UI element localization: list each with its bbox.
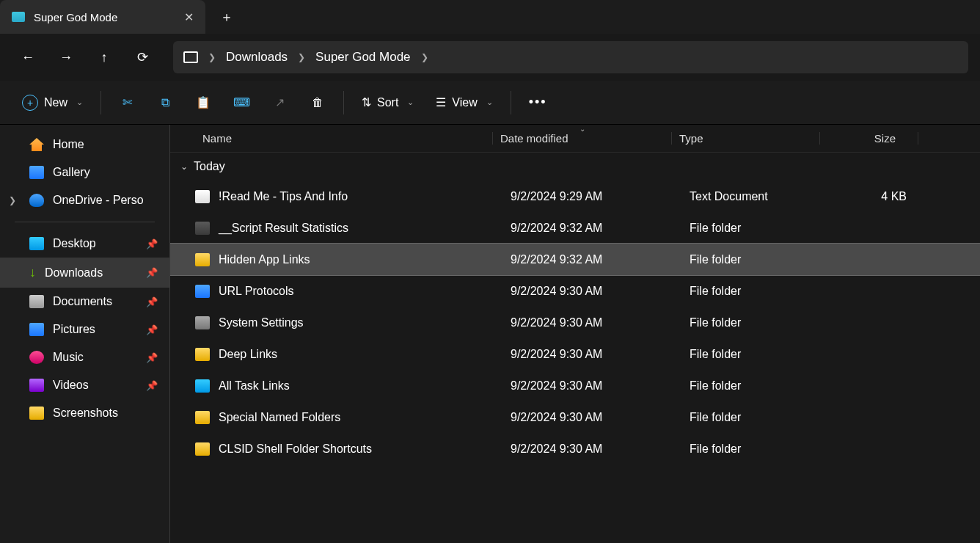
cut-button[interactable]: ✄ — [110, 89, 144, 117]
separator — [100, 91, 101, 114]
delete-button[interactable]: 🗑 — [301, 89, 334, 117]
sidebar-item-documents[interactable]: Documents📌 — [0, 288, 169, 316]
share-button[interactable]: ↗ — [263, 89, 296, 117]
file-date: 9/2/2024 9:29 AM — [503, 190, 682, 203]
file-type: File folder — [682, 222, 830, 235]
back-button[interactable]: ← — [12, 41, 44, 73]
file-name: All Task Links — [219, 379, 290, 393]
refresh-button[interactable]: ⟳ — [126, 41, 158, 73]
sidebar-label: Gallery — [53, 166, 90, 179]
sort-indicator-icon: ⌄ — [579, 125, 585, 133]
pin-icon[interactable]: 📌 — [146, 380, 158, 391]
view-button[interactable]: ☰ View ⌄ — [427, 90, 501, 115]
home-icon — [29, 138, 44, 151]
nav-row: ← → ↑ ⟳ ❯ Downloads ❯ Super God Mode ❯ — [0, 34, 980, 81]
documents-icon — [29, 295, 44, 308]
file-type: Text Document — [682, 190, 830, 203]
rename-icon: ⌨ — [233, 95, 249, 111]
paste-button[interactable]: 📋 — [186, 89, 220, 117]
paste-icon: 📋 — [195, 95, 211, 111]
sidebar-item-home[interactable]: Home — [0, 131, 169, 158]
group-label: Today — [194, 160, 225, 173]
sidebar-label: Pictures — [53, 323, 95, 336]
pin-icon[interactable]: 📌 — [146, 324, 158, 335]
file-type: File folder — [682, 253, 830, 266]
file-row[interactable]: !Read Me - Tips And Info9/2/2024 9:29 AM… — [170, 181, 980, 212]
file-size: 4 KB — [830, 190, 929, 203]
sidebar-item-onedrive[interactable]: ❯OneDrive - Perso — [0, 186, 169, 214]
copy-button[interactable]: ⧉ — [148, 89, 182, 117]
toolbar: + New ⌄ ✄ ⧉ 📋 ⌨ ↗ 🗑 ⇅ Sort ⌄ ☰ View ⌄ ••… — [0, 81, 980, 125]
file-date: 9/2/2024 9:30 AM — [503, 316, 682, 329]
sidebar-label: Desktop — [53, 237, 96, 250]
file-type: File folder — [682, 316, 830, 329]
file-row[interactable]: System Settings9/2/2024 9:30 AMFile fold… — [170, 307, 980, 338]
music-icon — [29, 351, 44, 364]
trash-icon: 🗑 — [310, 95, 326, 111]
plus-circle-icon: + — [22, 95, 38, 111]
sidebar-item-screenshots[interactable]: Screenshots — [0, 399, 169, 427]
file-name: System Settings — [219, 316, 304, 329]
sidebar-item-pictures[interactable]: Pictures📌 — [0, 316, 169, 343]
file-name: Special Named Folders — [219, 411, 340, 424]
file-type: File folder — [682, 442, 830, 456]
column-name[interactable]: Name — [170, 132, 493, 145]
pc-icon — [183, 51, 198, 63]
column-date[interactable]: ⌄Date modified — [493, 132, 672, 145]
file-icon — [195, 442, 210, 456]
file-date: 9/2/2024 9:30 AM — [503, 379, 682, 393]
crumb-downloads[interactable]: Downloads — [226, 50, 288, 65]
file-row[interactable]: All Task Links9/2/2024 9:30 AMFile folde… — [170, 370, 980, 401]
more-button[interactable]: ••• — [520, 89, 556, 116]
forward-button[interactable]: → — [50, 41, 82, 73]
chevron-down-icon: ⌄ — [180, 161, 188, 172]
breadcrumb[interactable]: ❯ Downloads ❯ Super God Mode ❯ — [173, 41, 968, 73]
pin-icon[interactable]: 📌 — [146, 296, 158, 307]
file-icon — [195, 411, 210, 424]
sidebar-item-music[interactable]: Music📌 — [0, 343, 169, 371]
share-icon: ↗ — [271, 95, 288, 111]
file-icon — [195, 253, 210, 266]
file-icon — [195, 316, 210, 329]
sidebar-label: Downloads — [45, 266, 103, 280]
file-list: !Read Me - Tips And Info9/2/2024 9:29 AM… — [170, 181, 980, 464]
new-button[interactable]: + New ⌄ — [13, 89, 92, 117]
column-size[interactable]: Size — [820, 132, 918, 145]
up-button[interactable]: ↑ — [88, 41, 120, 73]
crumb-current[interactable]: Super God Mode — [315, 50, 410, 65]
sort-button[interactable]: ⇅ Sort ⌄ — [353, 90, 423, 115]
file-row[interactable]: __Script Result Statistics9/2/2024 9:32 … — [170, 212, 980, 244]
file-date: 9/2/2024 9:30 AM — [503, 411, 682, 424]
column-type[interactable]: Type — [672, 132, 820, 145]
file-row[interactable]: Deep Links9/2/2024 9:30 AMFile folder — [170, 338, 980, 370]
file-row[interactable]: Special Named Folders9/2/2024 9:30 AMFil… — [170, 401, 980, 433]
pin-icon[interactable]: 📌 — [146, 352, 158, 363]
sort-icon: ⇅ — [362, 95, 371, 109]
chevron-right-icon[interactable]: ❯ — [9, 195, 16, 205]
sidebar: Home Gallery ❯OneDrive - Perso Desktop📌 … — [0, 125, 170, 543]
folder-icon — [12, 12, 25, 22]
chevron-right-icon: ❯ — [208, 52, 216, 62]
separator — [511, 91, 511, 114]
close-icon[interactable]: ✕ — [184, 10, 194, 24]
file-row[interactable]: Hidden App Links9/2/2024 9:32 AMFile fol… — [170, 244, 980, 275]
sidebar-item-videos[interactable]: Videos📌 — [0, 371, 169, 399]
file-row[interactable]: URL Protocols9/2/2024 9:30 AMFile folder — [170, 275, 980, 307]
sidebar-label: Home — [53, 138, 84, 151]
pin-icon[interactable]: 📌 — [146, 267, 158, 278]
sidebar-label: Screenshots — [53, 407, 118, 420]
main-area: Home Gallery ❯OneDrive - Perso Desktop📌 … — [0, 125, 980, 543]
sidebar-item-downloads[interactable]: ↓Downloads📌 — [0, 258, 169, 288]
tab-active[interactable]: Super God Mode ✕ — [0, 0, 205, 34]
file-type: File folder — [682, 379, 830, 393]
sidebar-item-gallery[interactable]: Gallery — [0, 158, 169, 186]
videos-icon — [29, 379, 44, 392]
file-row[interactable]: CLSID Shell Folder Shortcuts9/2/2024 9:3… — [170, 433, 980, 464]
sidebar-item-desktop[interactable]: Desktop📌 — [0, 230, 169, 258]
group-today[interactable]: ⌄ Today — [170, 153, 980, 181]
rename-button[interactable]: ⌨ — [224, 89, 258, 117]
column-date-label: Date modified — [500, 132, 568, 145]
file-icon — [195, 285, 210, 298]
pin-icon[interactable]: 📌 — [146, 238, 158, 249]
new-tab-button[interactable]: ＋ — [205, 8, 248, 26]
